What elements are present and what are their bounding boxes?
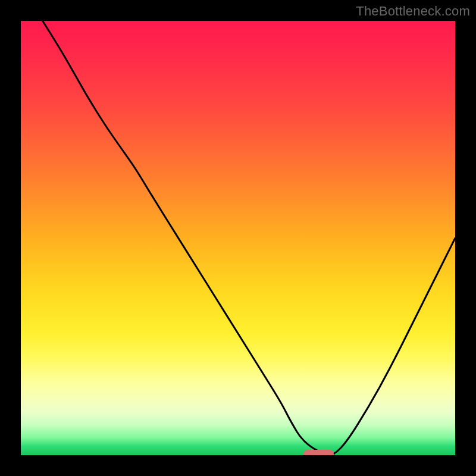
- plot-area: [21, 21, 455, 455]
- optimal-marker: [303, 450, 334, 455]
- bottleneck-curve: [21, 21, 455, 455]
- watermark-text: TheBottleneck.com: [356, 4, 470, 19]
- chart-frame: TheBottleneck.com: [0, 0, 476, 476]
- curve-path: [43, 21, 456, 455]
